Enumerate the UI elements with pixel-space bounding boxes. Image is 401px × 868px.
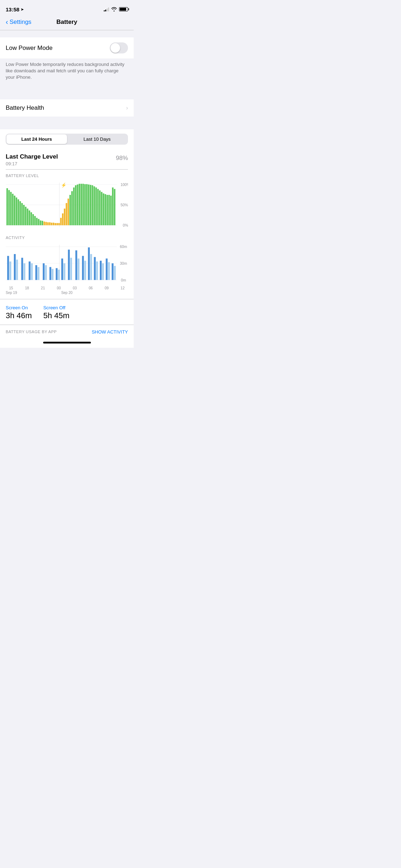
- low-power-section: Low Power Mode: [0, 37, 134, 58]
- battery-level-chart: ⚡ 100% 50% 0%: [6, 180, 128, 230]
- time-label-00: 00: [53, 286, 64, 290]
- svg-rect-12: [21, 203, 23, 225]
- top-spacer: [0, 30, 134, 37]
- signal-bar-4: [108, 7, 109, 11]
- battery-health-section: Battery Health ›: [0, 99, 134, 117]
- svg-rect-45: [82, 184, 84, 225]
- svg-text:100%: 100%: [120, 183, 128, 187]
- segment-10d[interactable]: Last 10 Days: [67, 134, 128, 144]
- svg-rect-91: [75, 250, 77, 280]
- svg-rect-71: [7, 256, 9, 280]
- battery-usage-label: BATTERY USAGE BY APP: [6, 330, 57, 334]
- charge-info: Last Charge Level 09:17 98%: [0, 149, 134, 169]
- time-range-control[interactable]: Last 24 Hours Last 10 Days: [6, 134, 128, 145]
- signal-bars-icon: [104, 7, 109, 11]
- svg-rect-55: [101, 192, 102, 226]
- svg-rect-58: [107, 195, 108, 225]
- svg-rect-82: [45, 265, 47, 280]
- time-label-12: 12: [117, 286, 128, 290]
- svg-rect-33: [60, 218, 62, 225]
- low-power-label: Low Power Mode: [6, 45, 52, 52]
- back-button[interactable]: ‹ Settings: [6, 18, 31, 26]
- activity-section: ACTIVITY: [0, 233, 134, 295]
- show-activity-button[interactable]: SHOW ACTIVITY: [92, 329, 128, 335]
- svg-text:50%: 50%: [120, 203, 128, 207]
- time-label-21: 21: [37, 286, 48, 290]
- svg-rect-77: [29, 262, 30, 280]
- charge-percent: 98%: [116, 153, 128, 162]
- home-indicator-bar: [43, 342, 91, 343]
- back-chevron-icon: ‹: [6, 18, 8, 26]
- svg-rect-88: [63, 263, 65, 280]
- home-indicator-area: [0, 339, 134, 348]
- svg-rect-24: [43, 222, 45, 225]
- location-icon: ➤: [21, 7, 24, 11]
- svg-rect-36: [66, 203, 67, 225]
- svg-rect-99: [100, 261, 102, 280]
- svg-rect-95: [88, 247, 90, 280]
- svg-rect-25: [45, 222, 47, 225]
- date-label-sep19: Sep 19: [6, 291, 38, 295]
- svg-text:⚡: ⚡: [61, 182, 67, 188]
- battery-health-row[interactable]: Battery Health ›: [0, 99, 134, 117]
- svg-rect-104: [114, 266, 116, 280]
- battery-fill: [120, 8, 126, 11]
- nav-bar: ‹ Settings Battery: [0, 16, 134, 30]
- screen-off-title: Screen Off: [43, 305, 69, 310]
- svg-rect-50: [92, 185, 93, 225]
- date-label-sep20: Sep 20: [51, 291, 83, 295]
- svg-rect-100: [102, 263, 104, 280]
- svg-rect-30: [55, 223, 56, 225]
- svg-rect-42: [77, 185, 78, 225]
- svg-rect-17: [31, 212, 32, 225]
- svg-rect-15: [27, 208, 28, 225]
- svg-rect-49: [90, 185, 91, 225]
- svg-rect-26: [47, 222, 48, 225]
- battery-usage-row: BATTERY USAGE BY APP SHOW ACTIVITY: [0, 325, 134, 339]
- svg-rect-35: [64, 208, 65, 225]
- svg-rect-18: [32, 214, 34, 225]
- svg-rect-81: [43, 263, 45, 280]
- date-labels-row: Sep 19 Sep 20: [6, 290, 128, 295]
- section-spacer-2: [0, 117, 134, 129]
- svg-rect-89: [68, 250, 70, 280]
- segment-24h[interactable]: Last 24 Hours: [6, 134, 67, 144]
- svg-rect-80: [37, 267, 39, 280]
- svg-rect-20: [36, 218, 37, 225]
- activity-chart: 60m 30m 0m: [6, 242, 128, 285]
- activity-chart-label: ACTIVITY: [6, 236, 128, 240]
- low-power-toggle[interactable]: [110, 42, 128, 53]
- svg-rect-7: [12, 194, 14, 225]
- time-display: 13:58: [6, 6, 19, 12]
- charge-label-group: Last Charge Level 09:17: [6, 153, 58, 166]
- svg-rect-5: [8, 190, 10, 225]
- status-time: 13:58 ➤: [6, 6, 24, 12]
- screen-off-value: 5h 45m: [43, 311, 69, 320]
- screen-on-value: 3h 46m: [6, 311, 32, 320]
- signal-bar-3: [107, 9, 108, 11]
- battery-status-icon: [119, 7, 128, 11]
- svg-rect-93: [82, 256, 84, 280]
- svg-rect-13: [23, 205, 25, 225]
- svg-rect-94: [84, 261, 86, 280]
- svg-rect-79: [35, 265, 37, 280]
- svg-rect-51: [93, 186, 95, 225]
- svg-text:0%: 0%: [123, 223, 128, 227]
- svg-rect-28: [51, 223, 52, 225]
- screen-stats: Screen On 3h 46m Screen Off 5h 45m: [0, 299, 134, 325]
- svg-rect-40: [73, 187, 74, 225]
- svg-rect-73: [14, 254, 16, 280]
- screen-on-title: Screen On: [6, 305, 32, 310]
- svg-rect-4: [6, 188, 8, 225]
- charts-area: Last 24 Hours Last 10 Days Last Charge L…: [0, 129, 134, 339]
- svg-rect-75: [21, 258, 23, 280]
- svg-rect-14: [25, 207, 26, 225]
- low-power-description: Low Power Mode temporarily reduces backg…: [0, 58, 134, 87]
- back-label[interactable]: Settings: [10, 19, 31, 26]
- svg-rect-85: [56, 268, 57, 280]
- wifi-icon: [111, 7, 117, 11]
- signal-bar-2: [105, 10, 106, 11]
- segment-10d-label: Last 10 Days: [83, 136, 110, 142]
- svg-rect-62: [114, 189, 115, 225]
- time-label-03: 03: [70, 286, 80, 290]
